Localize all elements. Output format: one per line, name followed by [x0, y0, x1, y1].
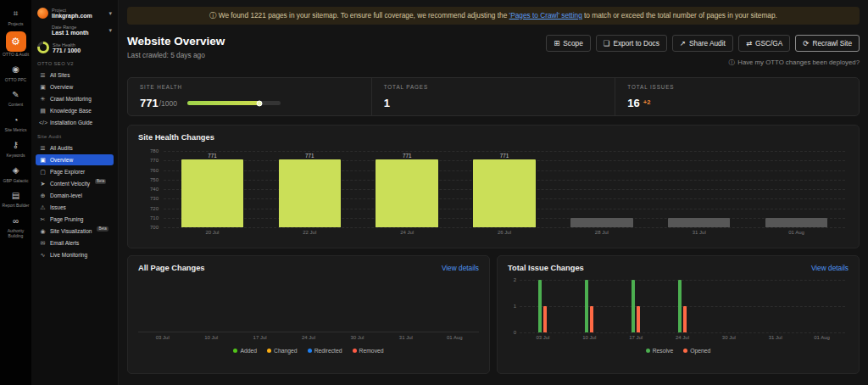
button-label: Export to Docs	[613, 39, 659, 47]
globe-icon: ⊕	[39, 192, 47, 199]
legend-item-opened: Opened	[683, 348, 710, 354]
export-to-docs-button[interactable]: ❏Export to Docs	[596, 35, 667, 52]
refresh-icon: ⟳	[803, 39, 809, 47]
date-range-selector[interactable]: Date Range Last 1 month ▾	[36, 24, 114, 36]
x-axis-label: 24 Jul	[359, 230, 456, 235]
health-bar[interactable]	[279, 159, 342, 227]
rail-item-content[interactable]: ✎Content	[0, 86, 31, 108]
rail-item-site-metrics[interactable]: ◔Site Metrics	[0, 112, 31, 133]
rail-item-keywords[interactable]: ⚷Keywords	[0, 137, 31, 159]
warning-icon: ⚠	[39, 204, 47, 211]
chart-icon: ▣	[39, 157, 47, 164]
searchatlas-logo-icon	[37, 8, 48, 19]
opened-bar	[637, 306, 640, 332]
deploy-note-text: Have my OTTO changes been deployed?	[737, 59, 860, 66]
y-axis-tick: 750	[138, 177, 159, 182]
x-axis-label: 28 Jul	[553, 230, 650, 235]
sidebar-item-site-visualization[interactable]: ◉Site VisualizationBeta	[36, 226, 114, 237]
file-icon: ▢	[39, 169, 47, 176]
bottom-charts-row: All Page Changes View details 03 Jul10 J…	[127, 255, 860, 374]
pulse-icon: ∿	[39, 252, 47, 259]
button-label: GSC/GA	[755, 39, 782, 47]
banner-text-after: to match or exceed the total number of p…	[582, 11, 777, 20]
x-axis-label: 01 Aug	[798, 335, 845, 340]
legend-label: Resolve	[653, 348, 674, 354]
rail-item-projects[interactable]: ⌗Projects	[0, 6, 31, 27]
share-audit-button[interactable]: ↗Share Audit	[672, 35, 733, 52]
bar-value-label: 771	[208, 153, 217, 159]
opened-bar	[590, 306, 593, 332]
y-axis-tick: 700	[138, 225, 159, 230]
opened-bar	[543, 306, 547, 332]
sidebar-item-installation-guide[interactable]: </>Installation Guide	[36, 117, 114, 127]
sidebar-item-live-monitoring[interactable]: ∿Live Monitoring	[36, 249, 114, 260]
rail-item-report-builder[interactable]: ▤Report Builder	[0, 187, 31, 209]
sidebar-item-domain-level[interactable]: ⊕Domain-level	[36, 190, 114, 201]
header-button-row: ⊞Scope❏Export to Docs↗Share Audit⇄GSC/GA…	[546, 35, 860, 52]
resolve-dot	[646, 349, 650, 353]
sidebar-item-overview[interactable]: ▣Overview	[36, 81, 114, 92]
resolve-bar	[538, 280, 542, 332]
sidebar-item-all-audits[interactable]: ☰All Audits	[36, 142, 114, 153]
book-icon: ▤	[39, 108, 47, 114]
rail-item-otto-ppc[interactable]: ◉OTTO PPC	[0, 62, 31, 83]
stat-label: TOTAL PAGES	[384, 84, 604, 90]
placeholder-bar	[765, 218, 828, 227]
metrics-icon: ◔	[8, 112, 24, 127]
opened-dot	[683, 349, 687, 353]
sidebar-item-issues[interactable]: ⚠Issues	[36, 202, 114, 213]
sidebar-item-label: Email Alerts	[50, 240, 79, 246]
sidebar-item-all-sites[interactable]: ☰All Sites	[36, 70, 114, 81]
sidebar-item-content-velocity[interactable]: ➤Content VelocityBeta	[36, 178, 114, 189]
total-issue-changes-card: Total Issue Changes View details 210 03 …	[497, 255, 860, 374]
otto-deploy-note[interactable]: ⓘHave my OTTO changes been deployed?	[546, 58, 860, 67]
bar-group	[659, 280, 706, 332]
rail-item-gbp-galactic[interactable]: ◈GBP Galactic	[0, 163, 31, 184]
sidebar-item-email-alerts[interactable]: ✉Email Alerts	[36, 237, 114, 248]
issues-delta-badge: +2	[643, 98, 651, 106]
changed-dot	[267, 349, 271, 353]
chart-legend: AddedChangedRedirectedRemoved	[138, 348, 479, 354]
scope-button[interactable]: ⊞Scope	[546, 35, 591, 52]
sidebar-item-crawl-monitoring[interactable]: ✳Crawl Monitoring	[36, 93, 114, 104]
bar-value-label: 771	[305, 153, 314, 159]
project-selector[interactable]: Project linkgraph.com ▾	[36, 7, 114, 20]
recrawl-site-button[interactable]: ⟳Recrawl Site	[795, 35, 860, 52]
bar-slot	[748, 151, 845, 227]
view-details-link[interactable]: View details	[442, 264, 479, 272]
bar-group	[798, 280, 845, 332]
chevron-down-icon: ▾	[108, 27, 112, 34]
health-bar[interactable]	[181, 159, 244, 227]
x-axis-label: 03 Jul	[138, 335, 186, 340]
gsc-ga-button[interactable]: ⇄GSC/GA	[738, 35, 790, 52]
sidebar-item-label: Site Visualization	[50, 228, 92, 234]
rail-item-authority-building[interactable]: ∞Authority Building	[0, 213, 31, 239]
sidebar-section-site-audit: ☰All Audits▣Overview▢Page Explorer➤Conte…	[36, 142, 114, 260]
x-axis-label: 01 Aug	[431, 335, 479, 340]
sidebar-item-label: Overview	[50, 84, 73, 90]
view-details-link[interactable]: View details	[811, 264, 849, 272]
gridline: 700	[164, 227, 845, 228]
stat-total-pages: TOTAL PAGES 1	[371, 78, 615, 115]
rail-item-label: Keywords	[7, 153, 25, 159]
bar-group	[566, 280, 613, 332]
sidebar-item-overview[interactable]: ▣Overview	[36, 154, 114, 165]
site-health-summary: Site Health 771 / 1000	[36, 41, 114, 54]
health-bar[interactable]	[376, 159, 438, 227]
x-axis-label: 31 Jul	[752, 335, 798, 340]
sidebar-item-page-pruning[interactable]: ✂Page Pruning	[36, 214, 114, 225]
chart-title: All Page Changes	[138, 264, 205, 272]
sidebar-item-page-explorer[interactable]: ▢Page Explorer	[36, 166, 114, 177]
opened-bar	[683, 306, 687, 332]
health-bar[interactable]	[473, 159, 536, 227]
sidebar-item-knowledge-base[interactable]: ▤Knowledge Base	[36, 105, 114, 116]
pencil-icon: ✎	[8, 86, 24, 102]
date-range-value: Last 1 month	[52, 30, 89, 36]
megaphone-icon: ◉	[8, 62, 24, 77]
pages-to-crawl-link[interactable]: 'Pages to Crawl' setting	[509, 11, 582, 20]
site-health-max: /1000	[159, 99, 177, 108]
chart-title: Site Health Changes	[138, 133, 849, 142]
legend-item-changed: Changed	[267, 348, 298, 354]
x-axis-labels: 03 Jul10 Jul17 Jul24 Jul30 Jul31 Jul01 A…	[520, 335, 845, 340]
rail-item-otto-audit[interactable]: ⚙OTTO & Audit	[0, 31, 31, 58]
